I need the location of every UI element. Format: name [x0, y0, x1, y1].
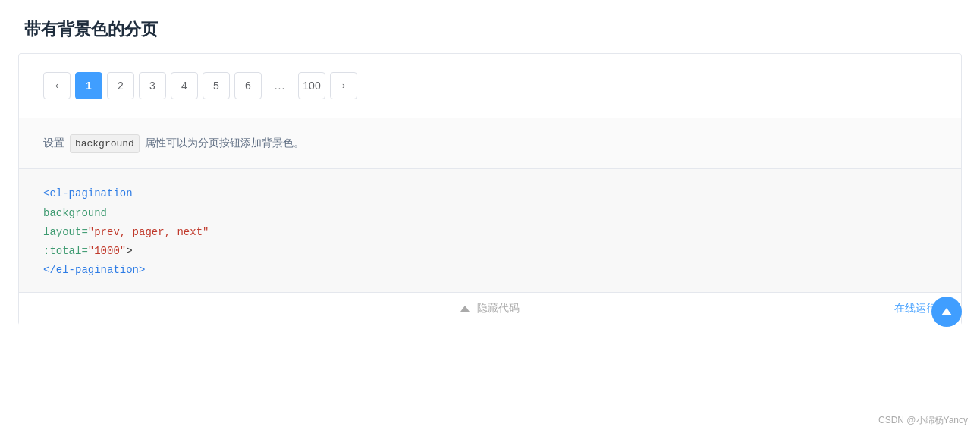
code-value-layout: "prev, pager, next": [88, 226, 209, 238]
code-tag-close: </el-pagination>: [43, 264, 145, 276]
prev-button[interactable]: ‹: [43, 72, 71, 99]
page-button-100[interactable]: 100: [298, 72, 325, 99]
page-button-1[interactable]: 1: [75, 72, 102, 99]
code-section: <el-pagination background layout="prev, …: [19, 168, 961, 292]
ellipsis: ...: [266, 72, 294, 99]
code-attr-total: :total=: [43, 245, 88, 257]
code-attr-layout: layout=: [43, 226, 88, 238]
code-line-2: background: [43, 204, 937, 223]
chevron-right-icon: ›: [342, 80, 345, 91]
code-block: <el-pagination background layout="prev, …: [43, 184, 937, 280]
code-tag-background: background: [70, 134, 140, 153]
hide-code-button[interactable]: 隐藏代码: [460, 302, 520, 315]
description-suffix: 属性可以为分页按钮添加背景色。: [145, 136, 304, 149]
online-run-button[interactable]: 在线运行: [894, 302, 937, 315]
code-footer: 隐藏代码 在线运行: [19, 292, 961, 325]
scroll-to-top-button[interactable]: [931, 297, 962, 327]
page-wrapper: 带有背景色的分页 ‹ 1 2 3 4: [0, 0, 980, 433]
page-button-4[interactable]: 4: [171, 72, 198, 99]
triangle-up-icon: [460, 306, 470, 312]
page-button-3[interactable]: 3: [139, 72, 166, 99]
description-text: 设置 background 属性可以为分页按钮添加背景色。: [43, 133, 937, 153]
code-line-4: :total="1000">: [43, 242, 937, 261]
code-line-1: <el-pagination: [43, 184, 937, 203]
description-box: 设置 background 属性可以为分页按钮添加背景色。: [19, 118, 961, 168]
code-line-3: layout="prev, pager, next": [43, 223, 937, 242]
demo-preview: ‹ 1 2 3 4 5 6: [19, 54, 961, 118]
chevron-left-icon: ‹: [55, 80, 58, 91]
code-line-5: </el-pagination>: [43, 261, 937, 280]
code-attr-background: background: [43, 207, 107, 219]
scroll-top-icon: [941, 308, 952, 315]
code-value-total: "1000": [88, 245, 126, 257]
online-run-label: 在线运行: [894, 302, 937, 314]
page-button-2[interactable]: 2: [107, 72, 134, 99]
demo-block: ‹ 1 2 3 4 5 6: [18, 53, 962, 325]
page-button-5[interactable]: 5: [203, 72, 230, 99]
page-title: 带有背景色的分页: [0, 0, 980, 53]
code-close-bracket: >: [126, 245, 132, 257]
pagination: ‹ 1 2 3 4 5 6: [43, 72, 937, 99]
page-button-6[interactable]: 6: [234, 72, 262, 99]
watermark: CSDN @小绵杨Yancy: [878, 414, 968, 427]
code-tag-open: <el-pagination: [43, 187, 133, 199]
next-button[interactable]: ›: [330, 72, 357, 99]
hide-code-label: 隐藏代码: [477, 302, 520, 315]
description-prefix: 设置: [43, 136, 64, 149]
